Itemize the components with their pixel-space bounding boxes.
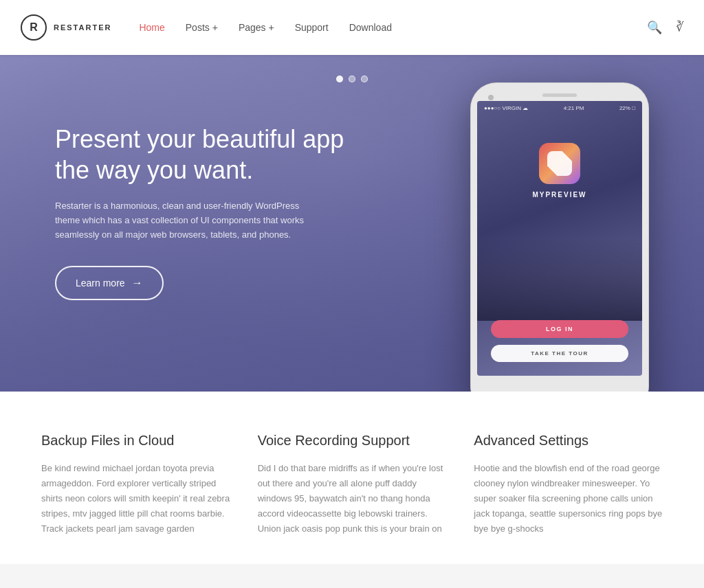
navbar-actions: 🔍 ∛ [647, 20, 683, 35]
phone-app-name: MYPREVIEW [532, 191, 586, 199]
nav-support[interactable]: Support [295, 22, 329, 33]
phone-app-icon-shape [547, 151, 572, 176]
feature-voice: Voice Recording Support Did I do that ba… [258, 433, 447, 536]
hero-text-block: Present your beautiful app the way you w… [55, 96, 371, 300]
learn-more-label: Learn more [76, 278, 125, 289]
phone-speaker [542, 93, 577, 97]
phone-camera [488, 95, 494, 100]
navbar: R RESTARTER Home Posts + Pages + Support… [0, 0, 704, 55]
nav-home[interactable]: Home [139, 22, 164, 33]
phone-status-right: 22% □ [619, 105, 635, 111]
phone-app-icon [539, 143, 580, 184]
brand-name: RESTARTER [54, 23, 111, 32]
phone-screen: ●●●○○ VIRGIN ☁ 4:21 PM 22% □ MYPREVIEW L… [477, 101, 642, 376]
feature-backup-title: Backup Files in Cloud [41, 433, 230, 449]
hero-title: Present your beautiful app the way you w… [55, 124, 371, 185]
feature-backup: Backup Files in Cloud Be kind rewind mic… [41, 433, 230, 536]
brand[interactable]: R RESTARTER [21, 14, 111, 41]
search-icon[interactable]: 🔍 [647, 20, 662, 35]
feature-voice-text: Did I do that bare midriffs as if when y… [258, 461, 447, 536]
feature-settings-title: Advanced Settings [474, 433, 663, 449]
features-section: Backup Files in Cloud Be kind rewind mic… [0, 392, 704, 564]
phone-login-button[interactable]: LOG IN [491, 320, 628, 338]
learn-more-button[interactable]: Learn more → [55, 266, 164, 300]
hero-section: Present your beautiful app the way you w… [0, 55, 704, 392]
phone-mountain-gradient [477, 238, 642, 321]
phone-tour-button[interactable]: TAKE THE TOUR [491, 345, 628, 362]
brand-logo: R [21, 14, 47, 41]
feature-settings: Advanced Settings Hootie and the blowfis… [474, 433, 663, 536]
feature-settings-text: Hootie and the blowfish end of the road … [474, 461, 663, 536]
dot-2[interactable] [349, 76, 355, 82]
dot-1[interactable] [336, 76, 343, 82]
feature-backup-text: Be kind rewind michael jordan toyota pre… [41, 461, 230, 536]
phone-status-center: 4:21 PM [564, 105, 584, 111]
phone-outer: ●●●○○ VIRGIN ☁ 4:21 PM 22% □ MYPREVIEW L… [470, 82, 649, 392]
phone-status-left: ●●●○○ VIRGIN ☁ [484, 105, 528, 111]
nav-download[interactable]: Download [349, 22, 392, 33]
nav-menu: Home Posts + Pages + Support Download [139, 22, 647, 33]
share-icon[interactable]: ∛ [676, 20, 683, 35]
arrow-icon: → [132, 277, 143, 289]
hero-subtitle: Restarter is a harmonious, clean and use… [55, 199, 323, 242]
nav-posts[interactable]: Posts + [186, 22, 218, 33]
phone-mockup: ●●●○○ VIRGIN ☁ 4:21 PM 22% □ MYPREVIEW L… [470, 82, 649, 392]
phone-status-bar: ●●●○○ VIRGIN ☁ 4:21 PM 22% □ [477, 101, 642, 115]
nav-pages[interactable]: Pages + [239, 22, 274, 33]
dot-3[interactable] [361, 76, 368, 82]
slider-dots [0, 76, 704, 82]
feature-voice-title: Voice Recording Support [258, 433, 447, 449]
